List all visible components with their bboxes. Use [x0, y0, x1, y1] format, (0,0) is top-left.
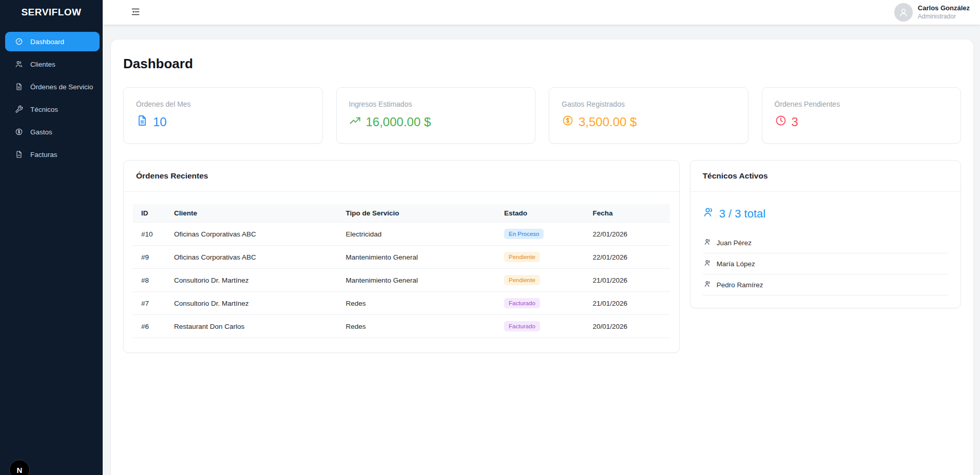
file-text-icon [136, 114, 148, 130]
content-area: Dashboard Órdenes del Mes 10 Ingresos Es… [103, 25, 980, 475]
avatar [894, 3, 913, 22]
stat-card-ordenes-pendientes: Órdenes Pendientes 3 [762, 87, 962, 144]
file-text-icon [15, 83, 23, 91]
dollar-circle-icon [15, 128, 23, 136]
sidebar-item-dashboard[interactable]: Dashboard [5, 32, 100, 51]
stat-value: 10 [153, 115, 167, 129]
order-id: #9 [133, 246, 168, 269]
order-client: Consultorio Dr. Martínez [168, 269, 340, 292]
order-date: 22/01/2026 [587, 223, 670, 246]
user-menu[interactable]: Carlos González Administrador [894, 3, 973, 22]
order-date: 21/01/2026 [587, 269, 670, 292]
stat-label: Órdenes Pendientes [775, 100, 949, 108]
gauge-icon [15, 37, 23, 46]
table-header-row: ID Cliente Tipo de Servicio Estado Fecha [133, 204, 670, 223]
stat-label: Ingresos Estimados [349, 100, 523, 108]
sidebar-item-label: Órdenes de Servicio [30, 83, 93, 91]
sidebar: SERVIFLOW Dashboard Clientes Órdenes de … [0, 0, 103, 475]
list-item: María López [703, 253, 948, 274]
technicians-summary-text: 3 / 3 total [719, 207, 766, 221]
app-logo: SERVIFLOW [0, 0, 103, 25]
stat-label: Órdenes del Mes [136, 100, 310, 108]
clock-icon [775, 114, 787, 130]
stat-label: Gastos Registrados [562, 100, 736, 108]
order-client: Oficinas Corporativas ABC [168, 246, 340, 269]
order-client: Restaurant Don Carlos [168, 315, 340, 338]
wrench-icon [15, 105, 23, 113]
order-date: 20/01/2026 [587, 315, 670, 338]
users-icon [703, 206, 715, 221]
order-service: Redes [340, 315, 498, 338]
user-role: Administrador [918, 13, 970, 21]
active-technicians-panel: Técnicos Activos 3 / 3 total Juan Pérez [690, 160, 961, 308]
sidebar-item-tecnicos[interactable]: Técnicos [5, 100, 100, 119]
stat-value: 3,500.00 $ [579, 115, 637, 129]
technician-name: Juan Pérez [717, 239, 752, 247]
user-meta: Carlos González Administrador [918, 4, 970, 21]
stats-row: Órdenes del Mes 10 Ingresos Estimados 16… [123, 87, 961, 144]
order-service: Mantenimiento General [340, 269, 498, 292]
status-badge: En Proceso [504, 229, 544, 239]
order-id: #6 [133, 315, 168, 338]
sidebar-item-gastos[interactable]: Gastos [5, 122, 100, 142]
sidebar-item-label: Clientes [30, 61, 55, 68]
list-item: Pedro Ramírez [703, 274, 948, 295]
dollar-circle-icon [562, 114, 574, 130]
order-id: #10 [133, 223, 168, 246]
sidebar-nav: Dashboard Clientes Órdenes de Servicio T… [0, 25, 103, 164]
sidebar-item-clientes[interactable]: Clientes [5, 54, 100, 74]
order-client: Consultorio Dr. Martínez [168, 292, 340, 315]
recent-orders-panel: Órdenes Recientes ID Cliente Tipo de Ser… [123, 160, 680, 353]
status-badge: Pendiente [504, 252, 540, 262]
topbar: Carlos González Administrador [103, 0, 980, 25]
column-header-tipo-de-servicio: Tipo de Servicio [340, 204, 498, 223]
status-badge: Pendiente [504, 275, 540, 285]
column-header-fecha: Fecha [587, 204, 670, 223]
status-badge: Facturado [504, 298, 540, 308]
order-service: Mantenimiento General [340, 246, 498, 269]
user-icon [704, 259, 712, 268]
table-row: #8 Consultorio Dr. Martínez Mantenimient… [133, 269, 670, 292]
table-row: #6 Restaurant Don Carlos Redes Facturado… [133, 315, 670, 338]
status-badge: Facturado [504, 321, 540, 331]
user-icon [704, 238, 712, 247]
sidebar-item-label: Dashboard [30, 38, 64, 46]
technician-name: Pedro Ramírez [717, 281, 763, 289]
technician-name: María López [717, 260, 755, 268]
panel-title: Órdenes Recientes [124, 161, 679, 192]
user-icon [704, 280, 712, 289]
panels-row: Órdenes Recientes ID Cliente Tipo de Ser… [123, 160, 961, 353]
sidebar-collapse-button[interactable] [128, 5, 143, 21]
user-name: Carlos González [918, 4, 970, 13]
stat-value: 16,000.00 $ [366, 115, 431, 129]
table-row: #7 Consultorio Dr. Martínez Redes Factur… [133, 292, 670, 315]
orders-table: ID Cliente Tipo de Servicio Estado Fecha… [133, 204, 670, 338]
users-icon [15, 60, 23, 68]
order-client: Oficinas Corporativas ABC [168, 223, 340, 246]
order-id: #7 [133, 292, 168, 315]
list-item: Juan Pérez [703, 232, 948, 253]
sidebar-item-label: Técnicos [30, 106, 58, 113]
stat-card-ingresos-estimados: Ingresos Estimados 16,000.00 $ [336, 87, 536, 144]
panel-title: Técnicos Activos [690, 161, 960, 192]
table-row: #10 Oficinas Corporativas ABC Electricid… [133, 223, 670, 246]
file-icon [15, 150, 23, 159]
main-content: Dashboard Órdenes del Mes 10 Ingresos Es… [111, 39, 973, 475]
trending-up-icon [349, 114, 361, 130]
column-header-estado: Estado [498, 204, 587, 223]
sidebar-item-label: Facturas [30, 151, 57, 159]
order-service: Electricidad [340, 223, 498, 246]
column-header-id: ID [133, 204, 168, 223]
stat-card-ordenes-del-mes: Órdenes del Mes 10 [123, 87, 323, 144]
table-row: #9 Oficinas Corporativas ABC Mantenimien… [133, 246, 670, 269]
column-header-cliente: Cliente [168, 204, 340, 223]
sidebar-item-facturas[interactable]: Facturas [5, 145, 100, 164]
stat-value: 3 [792, 115, 798, 129]
page-title: Dashboard [123, 56, 961, 72]
technicians-summary: 3 / 3 total [703, 206, 948, 221]
stat-card-gastos-registrados: Gastos Registrados 3,500.00 $ [549, 87, 748, 144]
collapse-menu-icon [130, 7, 141, 18]
sidebar-item-ordenes-de-servicio[interactable]: Órdenes de Servicio [5, 77, 100, 96]
order-date: 21/01/2026 [587, 292, 670, 315]
sidebar-item-label: Gastos [30, 128, 52, 136]
